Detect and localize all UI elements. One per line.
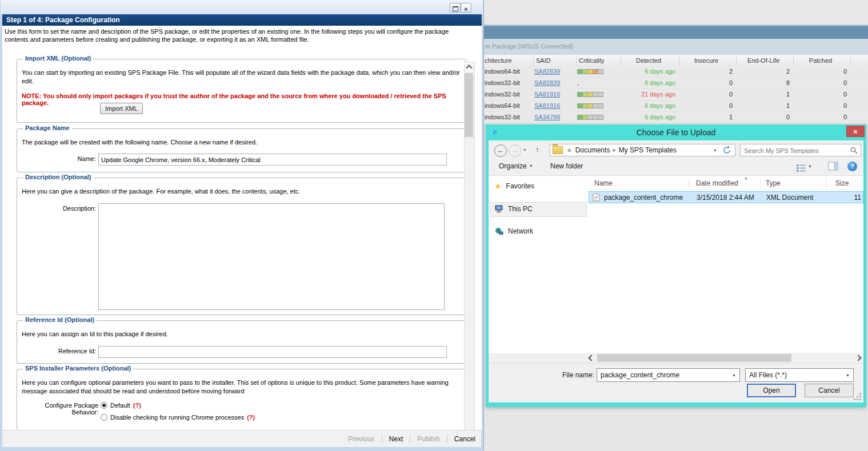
refresh-button[interactable] bbox=[721, 144, 735, 156]
previous-button[interactable]: Previous bbox=[348, 435, 375, 443]
file-name: package_content_chrome bbox=[604, 194, 683, 202]
scroll-right-button[interactable] bbox=[854, 353, 863, 363]
package-name-input[interactable] bbox=[98, 154, 447, 166]
breadcrumb-item-documents[interactable]: Documents bbox=[573, 146, 613, 154]
installer-parameters-text: Here you can configure optional paramete… bbox=[22, 378, 462, 396]
col-criticality[interactable]: Criticality bbox=[579, 57, 605, 64]
dialog-titlebar[interactable]: e Choose File to Upload × bbox=[486, 124, 866, 140]
sidebar-item-network[interactable]: Network bbox=[494, 226, 533, 237]
said-link[interactable]: SA34799 bbox=[534, 114, 574, 120]
product-row[interactable]: indows64-bitSA828396 days ago220 bbox=[483, 66, 868, 78]
address-dropdown-icon[interactable]: ▼ bbox=[713, 148, 717, 152]
resize-grip[interactable] bbox=[859, 398, 861, 400]
open-button[interactable]: Open bbox=[747, 384, 796, 397]
col-type[interactable]: Type bbox=[766, 179, 781, 187]
said-link[interactable]: SA81916 bbox=[534, 102, 574, 109]
eol-cell: 1 bbox=[737, 91, 790, 98]
scrollbar-thumb[interactable] bbox=[597, 354, 791, 362]
criticality-cell bbox=[577, 69, 622, 76]
col-end-of-life[interactable]: End-Of-Life bbox=[737, 57, 790, 64]
history-dropdown-icon[interactable]: ▼ bbox=[523, 148, 527, 152]
preview-pane-icon bbox=[828, 162, 838, 171]
sidebar-item-favorites[interactable]: ★ Favorites bbox=[494, 180, 534, 192]
reference-id-input[interactable] bbox=[98, 346, 447, 358]
back-button[interactable]: ← bbox=[494, 144, 507, 157]
architecture-cell: indows32-bit bbox=[485, 79, 533, 86]
col-said[interactable]: SAID bbox=[536, 57, 551, 64]
cancel-button[interactable]: Cancel bbox=[805, 384, 854, 397]
forward-button[interactable]: → bbox=[509, 144, 521, 157]
chevron-down-icon[interactable]: ▼ bbox=[846, 373, 850, 377]
sidebar-item-this-pc[interactable]: This PC bbox=[494, 203, 533, 215]
maximize-button[interactable] bbox=[450, 3, 461, 13]
col-patched[interactable]: Patched bbox=[794, 57, 847, 64]
warning-help-link[interactable]: (?) bbox=[247, 414, 255, 421]
col-insecure[interactable]: Insecure bbox=[680, 57, 733, 64]
search-input[interactable] bbox=[743, 145, 848, 156]
col-architecture[interactable]: chitecture bbox=[485, 57, 512, 64]
xml-document-icon bbox=[593, 193, 600, 202]
this-pc-label: This PC bbox=[508, 205, 533, 213]
radio-option-default[interactable]: Default (?) bbox=[101, 402, 141, 409]
help-button[interactable]: ? bbox=[847, 162, 857, 171]
package-name-text: The package will be created with the fol… bbox=[22, 138, 462, 147]
view-options-button[interactable]: ▼ bbox=[796, 162, 812, 172]
col-name[interactable]: Name bbox=[594, 179, 613, 187]
product-row[interactable]: indows32-bitSA347996 days ago100 bbox=[483, 112, 868, 123]
col-date-modified[interactable]: Date modified bbox=[696, 179, 738, 187]
next-button[interactable]: Next bbox=[389, 435, 403, 443]
description-textarea[interactable] bbox=[98, 203, 445, 310]
publish-button[interactable]: Publish bbox=[417, 435, 439, 443]
installer-parameters-section: SPS Installer Parameters (Optional) Here… bbox=[17, 369, 466, 430]
scroll-up-button[interactable] bbox=[465, 62, 473, 72]
scrollbar-thumb[interactable] bbox=[465, 73, 473, 137]
said-link[interactable]: SA82839 bbox=[534, 68, 574, 75]
criticality-meter bbox=[577, 115, 603, 119]
col-detected[interactable]: Detected bbox=[622, 57, 675, 64]
preview-pane-button[interactable] bbox=[828, 162, 838, 171]
description-label: Description: bbox=[22, 205, 96, 212]
warning-help-link[interactable]: (?) bbox=[133, 402, 141, 409]
import-xml-button[interactable]: Import XML bbox=[100, 103, 143, 114]
radio-unselected-icon[interactable] bbox=[101, 414, 107, 421]
import-xml-section: Import XML (Optional) You can start by i… bbox=[17, 59, 466, 123]
file-type-combobox[interactable]: All Files (*.*) ▼ bbox=[745, 368, 854, 382]
breadcrumb-overflow-chevron[interactable]: « bbox=[567, 146, 571, 154]
radio-option-disable-check[interactable]: Disable checking for running Chrome proc… bbox=[101, 414, 255, 421]
sort-ascending-icon: ▲ bbox=[744, 176, 748, 180]
said-link[interactable]: SA82839 bbox=[534, 79, 574, 86]
cancel-button[interactable]: Cancel bbox=[454, 435, 475, 443]
vulnerability-table: chitecture SAID Criticality Detected Ins… bbox=[483, 54, 868, 121]
chevron-left-icon bbox=[588, 355, 594, 361]
organize-menu-button[interactable]: Organize▼ bbox=[499, 162, 533, 170]
wizard-titlebar[interactable]: × bbox=[1, 0, 483, 14]
reference-id-label: Reference Id: bbox=[22, 348, 96, 355]
criticality-cell: - bbox=[577, 80, 622, 87]
description-legend: Description (Optional) bbox=[23, 174, 94, 180]
dialog-close-button[interactable]: × bbox=[846, 126, 865, 137]
scroll-left-button[interactable] bbox=[586, 353, 595, 363]
said-link[interactable]: SA81916 bbox=[534, 91, 574, 98]
horizontal-scrollbar[interactable] bbox=[586, 353, 863, 363]
radio-selected-icon[interactable] bbox=[101, 402, 107, 409]
wizard-scrollbar[interactable] bbox=[464, 62, 475, 430]
up-one-level-button[interactable]: ↑ bbox=[535, 145, 539, 154]
patched-cell: 0 bbox=[794, 102, 847, 109]
product-row[interactable]: indows32-bitSA8191621 days ago010 bbox=[483, 89, 868, 100]
product-row[interactable]: indows64-bitSA819166 days ago010 bbox=[483, 100, 868, 112]
wizard-intro-text: Use this form to set the name and descri… bbox=[5, 27, 470, 43]
file-name-combobox[interactable]: package_content_chrome ▼ bbox=[597, 368, 740, 382]
address-breadcrumb[interactable]: « Documents ▶ My SPS Templates ▼ bbox=[550, 144, 721, 156]
search-box[interactable] bbox=[740, 144, 861, 156]
new-folder-button[interactable]: New folder bbox=[550, 162, 583, 170]
import-xml-warning: NOTE: You should only import packages if… bbox=[22, 92, 462, 106]
file-row-selected[interactable]: package_content_chrome 3/15/2018 2:44 AM… bbox=[589, 191, 863, 203]
window-close-button[interactable]: × bbox=[461, 3, 471, 13]
breadcrumb-item-my-sps-templates[interactable]: My SPS Templates bbox=[617, 146, 679, 154]
description-text: Here you can give a description of the p… bbox=[22, 187, 462, 196]
col-size[interactable]: Size bbox=[835, 179, 849, 187]
radio-disable-label: Disable checking for running Chrome proc… bbox=[110, 414, 244, 421]
product-row[interactable]: indows32-bitSA82839-6 days ago080 bbox=[483, 78, 868, 89]
chevron-down-icon[interactable]: ▼ bbox=[732, 373, 736, 377]
criticality-none: - bbox=[577, 80, 579, 87]
